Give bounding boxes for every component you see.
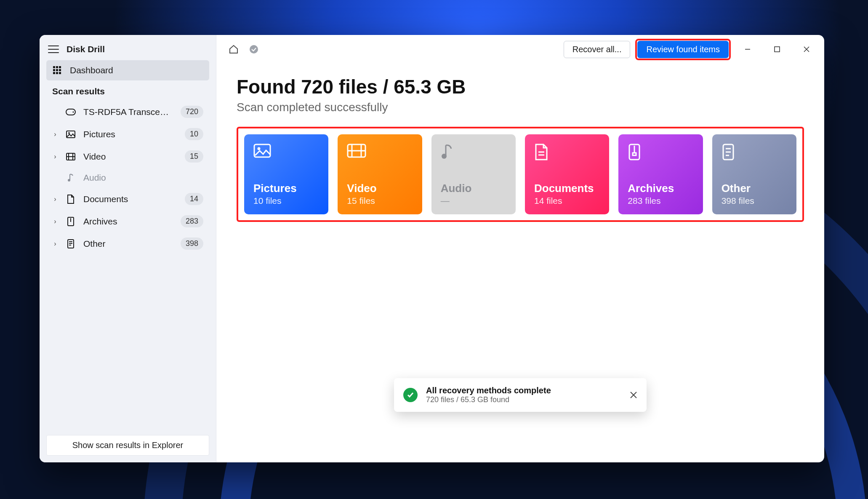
card-video[interactable]: Video 15 files [338,134,422,214]
check-icon [403,388,418,402]
chevron-right-icon: › [52,240,58,248]
card-title: Archives [628,182,693,195]
svg-rect-5 [59,69,61,71]
sidebar-item-label: Video [83,152,177,162]
sidebar-item-archives[interactable]: › Archives 283 [46,210,209,232]
music-icon [66,173,76,182]
sidebar-item-other[interactable]: › Other 398 [46,232,209,255]
card-sub: 14 files [534,196,600,206]
sidebar-section-title: Scan results [46,80,209,101]
svg-rect-4 [56,69,58,71]
toast-title: All recovery methods complete [426,386,621,395]
count-badge: 14 [185,193,203,205]
sidebar-item-label: Archives [83,216,173,227]
show-in-explorer-button[interactable]: Show scan results in Explorer [46,435,209,456]
document-icon [534,144,600,165]
toast-close-button[interactable] [630,391,637,399]
svg-rect-26 [775,47,780,52]
card-archives[interactable]: Archives 283 files [618,134,703,214]
file-icon [66,239,76,248]
toast-sub: 720 files / 65.3 GB found [426,395,621,404]
completion-toast: All recovery methods complete 720 files … [394,378,647,412]
count-badge: 10 [185,128,203,140]
svg-point-24 [250,45,258,53]
svg-rect-0 [53,66,55,68]
card-sub: 398 files [722,196,787,206]
card-pictures[interactable]: Pictures 10 files [244,134,328,214]
svg-point-35 [442,154,447,159]
sidebar-header: Disk Drill [46,41,209,60]
button-label: Review found items [646,45,720,54]
chevron-right-icon: › [52,153,58,160]
sidebar-item-audio[interactable]: Audio [46,168,209,188]
chevron-right-icon: › [52,195,58,203]
sidebar-item-device[interactable]: TS-RDF5A Transcend US... 720 [46,101,209,123]
card-title: Pictures [253,182,319,195]
card-sub: 283 files [628,196,693,206]
count-badge: 720 [181,106,203,118]
film-icon [66,153,76,160]
count-badge: 398 [181,237,203,250]
svg-point-10 [72,111,74,112]
svg-rect-6 [53,72,55,74]
sidebar-item-label: TS-RDF5A Transcend US... [83,107,173,117]
count-badge: 283 [181,215,203,227]
document-icon [66,195,76,204]
svg-rect-29 [254,144,270,157]
svg-rect-8 [59,72,61,74]
card-other[interactable]: Other 398 files [712,134,796,214]
menu-icon[interactable] [48,45,59,53]
app-window: Disk Drill Dashboard Scan results TS-RDF… [40,35,824,462]
svg-point-12 [68,132,70,134]
svg-point-30 [258,147,261,150]
card-sub: 10 files [253,196,319,206]
home-icon[interactable] [226,42,241,56]
recover-all-button[interactable]: Recover all... [564,41,631,58]
status-check-icon [247,42,261,56]
svg-point-17 [68,179,70,181]
sidebar-item-label: Other [83,239,173,249]
sidebar-item-label: Dashboard [70,65,203,75]
chevron-right-icon: › [52,218,58,225]
film-icon [347,144,413,165]
sidebar-item-label: Audio [83,173,203,183]
card-documents[interactable]: Documents 14 files [525,134,609,214]
file-icon [722,144,787,165]
card-title: Video [347,182,413,195]
sidebar-item-pictures[interactable]: › Pictures 10 [46,123,209,145]
window-maximize-button[interactable] [765,41,789,58]
window-minimize-button[interactable] [736,41,759,58]
card-title: Audio [441,182,506,195]
app-name: Disk Drill [67,44,105,54]
results-subhead: Scan completed successfully [237,101,804,114]
window-close-button[interactable] [795,41,818,58]
svg-rect-3 [53,69,55,71]
svg-rect-40 [633,153,636,155]
sidebar-item-dashboard[interactable]: Dashboard [46,60,209,80]
image-icon [66,131,76,138]
results-content: Found 720 files / 65.3 GB Scan completed… [216,64,824,222]
results-headline: Found 720 files / 65.3 GB [237,75,804,98]
card-sub: — [441,196,506,206]
review-found-items-button[interactable]: Review found items [637,41,729,58]
sidebar-item-label: Pictures [83,129,177,139]
count-badge: 15 [185,150,203,163]
review-highlight: Review found items [636,40,730,59]
sidebar: Disk Drill Dashboard Scan results TS-RDF… [40,35,216,462]
sidebar-item-documents[interactable]: › Documents 14 [46,188,209,210]
archive-icon [66,217,76,226]
card-audio: Audio — [431,134,516,214]
svg-rect-1 [56,66,58,68]
svg-rect-9 [66,109,75,115]
button-label: Show scan results in Explorer [72,440,183,450]
chevron-right-icon: › [52,131,58,138]
svg-rect-7 [56,72,58,74]
archive-icon [628,144,693,165]
music-icon [441,144,506,165]
image-icon [253,144,319,165]
svg-rect-2 [59,66,61,68]
card-title: Documents [534,182,600,195]
sidebar-item-video[interactable]: › Video 15 [46,145,209,168]
category-cards-highlight: Pictures 10 files Video 15 files Audio — [237,127,804,222]
button-label: Recover all... [572,45,622,54]
